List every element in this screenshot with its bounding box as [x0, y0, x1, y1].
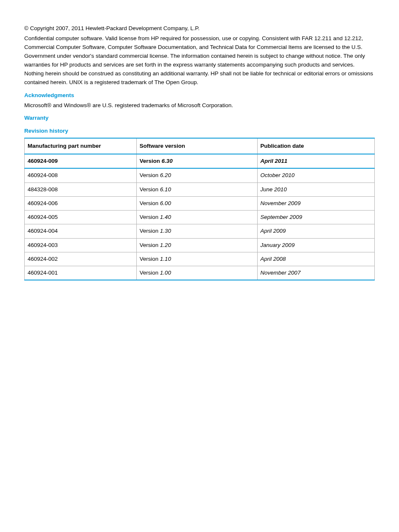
- cell-part-number: 460924-008: [25, 168, 137, 182]
- version-number: 6.00: [160, 200, 171, 206]
- version-number: 1.10: [160, 256, 171, 262]
- cell-part-number: 460924-006: [25, 196, 137, 210]
- version-prefix: Version: [140, 256, 160, 262]
- version-number: 6.20: [160, 172, 171, 178]
- cell-part-number: 484328-008: [25, 182, 137, 196]
- header-software-version: Software version: [136, 138, 257, 154]
- cell-publication-date: October 2010: [257, 168, 374, 182]
- version-number: 1.30: [160, 228, 171, 234]
- cell-software-version: Version 1.20: [136, 238, 257, 252]
- cell-publication-date: November 2007: [257, 266, 374, 280]
- cell-publication-date: April 2009: [257, 224, 374, 238]
- cell-part-number: 460924-009: [25, 154, 137, 168]
- legal-text: Confidential computer software. Valid li…: [24, 34, 375, 87]
- cell-software-version: Version 6.20: [136, 168, 257, 182]
- acknowledgments-text: Microsoft® and Windows® are U.S. registe…: [24, 101, 375, 110]
- copyright-line: © Copyright 2007, 2011 Hewlett-Packard D…: [24, 24, 375, 33]
- cell-software-version: Version 1.00: [136, 266, 257, 280]
- version-prefix: Version: [140, 186, 160, 193]
- cell-publication-date: September 2009: [257, 211, 374, 224]
- header-publication-date: Publication date: [257, 138, 374, 154]
- table-row: 460924-009Version 6.30April 2011: [25, 154, 375, 168]
- table-row: 460924-003Version 1.20January 2009: [25, 238, 375, 252]
- cell-software-version: Version 6.10: [136, 182, 257, 196]
- version-prefix: Version: [140, 214, 160, 220]
- warranty-heading: Warranty: [24, 114, 375, 122]
- table-row: 460924-008Version 6.20October 2010: [25, 168, 375, 182]
- cell-publication-date: April 2008: [257, 252, 374, 266]
- cell-software-version: Version 1.40: [136, 211, 257, 224]
- header-part-number: Manufacturing part number: [25, 138, 137, 154]
- cell-part-number: 460924-001: [25, 266, 137, 280]
- cell-publication-date: November 2009: [257, 196, 374, 210]
- version-number: 6.30: [161, 158, 172, 164]
- version-prefix: Version: [140, 172, 160, 178]
- version-number: 1.00: [160, 270, 171, 276]
- version-number: 6.10: [160, 186, 171, 193]
- version-number: 1.20: [160, 242, 171, 248]
- cell-part-number: 460924-004: [25, 224, 137, 238]
- table-row: 460924-006Version 6.00November 2009: [25, 196, 375, 210]
- version-prefix: Version: [140, 228, 160, 234]
- cell-software-version: Version 6.30: [136, 154, 257, 168]
- cell-part-number: 460924-002: [25, 252, 137, 266]
- revision-history-table: Manufacturing part number Software versi…: [24, 138, 375, 281]
- version-number: 1.40: [160, 214, 171, 220]
- table-header-row: Manufacturing part number Software versi…: [25, 138, 375, 154]
- version-prefix: Version: [140, 158, 162, 164]
- table-row: 460924-004Version 1.30April 2009: [25, 224, 375, 238]
- acknowledgments-heading: Acknowledgments: [24, 91, 375, 100]
- version-prefix: Version: [140, 242, 160, 248]
- cell-software-version: Version 1.30: [136, 224, 257, 238]
- table-row: 484328-008Version 6.10June 2010: [25, 182, 375, 196]
- table-row: 460924-005Version 1.40September 2009: [25, 211, 375, 224]
- cell-publication-date: June 2010: [257, 182, 374, 196]
- cell-part-number: 460924-005: [25, 211, 137, 224]
- cell-publication-date: April 2011: [257, 154, 374, 168]
- table-row: 460924-001Version 1.00November 2007: [25, 266, 375, 280]
- table-row: 460924-002Version 1.10April 2008: [25, 252, 375, 266]
- cell-publication-date: January 2009: [257, 238, 374, 252]
- cell-part-number: 460924-003: [25, 238, 137, 252]
- revision-history-heading: Revision history: [24, 127, 375, 135]
- cell-software-version: Version 1.10: [136, 252, 257, 266]
- version-prefix: Version: [140, 270, 160, 276]
- cell-software-version: Version 6.00: [136, 196, 257, 210]
- version-prefix: Version: [140, 200, 160, 206]
